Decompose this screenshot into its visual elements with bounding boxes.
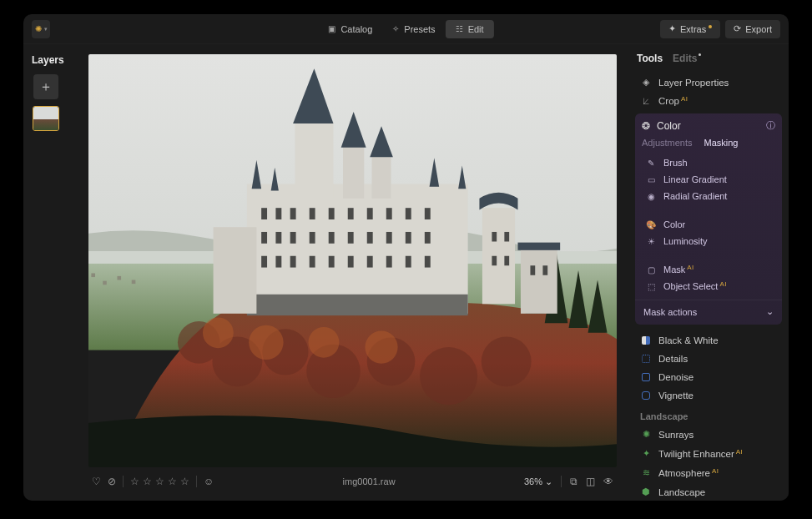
catalog-tab[interactable]: ▣ Catalog (318, 20, 382, 38)
mask-object-select[interactable]: ⬚ Object Select (638, 278, 779, 295)
add-layer-button[interactable]: ＋ (33, 74, 58, 99)
extras-notification-dot (709, 25, 712, 28)
mask-actions-dropdown[interactable]: Mask actions ⌄ (635, 300, 782, 323)
color-subtabs: Adjustments Masking (635, 138, 782, 153)
tool-vignette[interactable]: Vignette (635, 386, 782, 405)
chevron-down-icon: ⌄ (545, 476, 552, 486)
layer-thumbnail-1[interactable] (33, 106, 59, 131)
svg-rect-44 (290, 208, 296, 219)
linear-gradient-icon: ▭ (645, 175, 657, 184)
tool-sunrays[interactable]: ✺ Sunrays (635, 425, 782, 444)
mask-brush[interactable]: ✎ Brush (638, 154, 779, 171)
star-1[interactable]: ☆ (130, 476, 139, 487)
zoom-value: 36% (524, 476, 542, 486)
tab-edits[interactable]: Edits (673, 53, 701, 64)
svg-rect-6 (103, 281, 107, 285)
svg-point-20 (309, 327, 340, 358)
svg-rect-59 (386, 232, 392, 244)
svg-rect-53 (275, 232, 281, 244)
edit-icon: ☷ (456, 24, 463, 33)
svg-rect-76 (530, 265, 535, 275)
catalog-icon: ▣ (328, 24, 335, 33)
svg-rect-61 (425, 232, 431, 244)
separator (123, 476, 124, 487)
svg-rect-69 (386, 256, 392, 268)
layer-thumb-image (33, 107, 58, 130)
presets-icon: ✧ (392, 24, 399, 33)
tool-landscape[interactable]: ⬢ Landscape (635, 482, 782, 501)
mask-tools-group-1: ✎ Brush ▭ Linear Gradient ◉ Radial Gradi… (635, 153, 782, 206)
svg-rect-39 (482, 208, 515, 304)
tool-atmosphere[interactable]: ≋ Atmosphere (635, 463, 782, 482)
star-3[interactable]: ☆ (155, 476, 164, 487)
svg-rect-55 (310, 232, 315, 244)
app-menu-button[interactable]: ✺ ▾ (32, 20, 50, 38)
tool-layer-properties[interactable]: ◈ Layer Properties (635, 73, 782, 92)
svg-point-21 (365, 331, 397, 364)
brush-icon: ✎ (645, 159, 657, 168)
separator (196, 476, 197, 487)
zoom-dropdown[interactable]: 36% ⌄ (524, 476, 552, 487)
top-right-actions: ✦ Extras ⟳ Export (660, 20, 780, 38)
color-tool-panel: ❂ Color ⓘ Adjustments Masking ✎ Brush ▭ … (635, 113, 782, 325)
mask-ai[interactable]: ▢ Mask (638, 261, 779, 278)
edit-tab[interactable]: ☷ Edit (446, 20, 494, 38)
svg-rect-77 (542, 265, 547, 275)
atmosphere-icon: ≋ (640, 467, 652, 478)
color-label-button[interactable]: ☺ (204, 476, 214, 487)
svg-rect-65 (310, 256, 315, 268)
image-canvas[interactable] (88, 54, 617, 467)
tool-details[interactable]: Details (635, 350, 782, 368)
mask-icon: ▢ (645, 265, 657, 275)
canvas-area: ♡ ⊘ ☆ ☆ ☆ ☆ ☆ ☺ img0001.raw (88, 44, 628, 501)
layer-properties-icon: ◈ (640, 77, 652, 88)
svg-rect-54 (290, 232, 296, 244)
tool-denoise[interactable]: Denoise (635, 368, 782, 386)
histogram-button[interactable]: ⧉ (570, 476, 577, 487)
tool-crop[interactable]: ⟀ Crop (635, 92, 782, 110)
svg-rect-7 (117, 276, 121, 280)
reject-button[interactable]: ⊘ (108, 476, 116, 487)
mode-switcher: ▣ Catalog ✧ Presets ☷ Edit (318, 20, 493, 38)
svg-rect-42 (261, 208, 267, 219)
subtab-adjustments[interactable]: Adjustments (642, 138, 693, 148)
svg-rect-51 (425, 208, 431, 219)
svg-rect-57 (348, 232, 354, 244)
color-tool-header[interactable]: ❂ Color ⓘ (635, 113, 782, 138)
top-bar: ✺ ▾ ▣ Catalog ✧ Presets ☷ Edit ✦ Extras (23, 14, 789, 44)
catalog-label: Catalog (340, 24, 372, 34)
export-button[interactable]: ⟳ Export (725, 20, 780, 38)
tool-twilight-enhancer[interactable]: ✦ Twilight Enhancer (635, 444, 782, 463)
details-icon (640, 355, 652, 363)
mask-color[interactable]: 🎨 Color (638, 216, 779, 233)
mask-radial-gradient[interactable]: ◉ Radial Gradient (638, 188, 779, 204)
compare-button[interactable]: ◫ (586, 476, 595, 487)
mask-linear-gradient[interactable]: ▭ Linear Gradient (638, 171, 779, 188)
bw-icon (640, 336, 652, 345)
preview-button[interactable]: 👁 (603, 476, 613, 487)
presets-label: Presets (404, 24, 435, 34)
export-icon: ⟳ (734, 23, 741, 34)
star-2[interactable]: ☆ (143, 476, 152, 487)
canvas-bottom-bar: ♡ ⊘ ☆ ☆ ☆ ☆ ☆ ☺ img0001.raw (88, 467, 617, 496)
subtab-masking[interactable]: Masking (704, 138, 739, 148)
info-icon[interactable]: ⓘ (766, 119, 775, 132)
svg-rect-64 (290, 256, 296, 268)
svg-rect-27 (247, 295, 468, 315)
favorite-button[interactable]: ♡ (92, 476, 101, 487)
presets-tab[interactable]: ✧ Presets (382, 20, 445, 38)
svg-rect-26 (247, 184, 468, 313)
app-logo-icon: ✺ (35, 24, 42, 33)
star-5[interactable]: ☆ (180, 476, 189, 487)
star-4[interactable]: ☆ (168, 476, 177, 487)
svg-point-17 (482, 336, 532, 386)
svg-rect-29 (295, 122, 333, 199)
tool-black-white[interactable]: Black & White (635, 331, 782, 350)
tab-tools[interactable]: Tools (637, 53, 663, 64)
svg-point-19 (249, 325, 283, 360)
svg-rect-74 (492, 256, 497, 266)
mask-luminosity[interactable]: ☀ Luminosity (638, 233, 779, 249)
extras-button[interactable]: ✦ Extras (660, 20, 720, 38)
bottom-right-controls: 36% ⌄ ⧉ ◫ 👁 (524, 476, 613, 487)
svg-rect-5 (91, 273, 95, 277)
